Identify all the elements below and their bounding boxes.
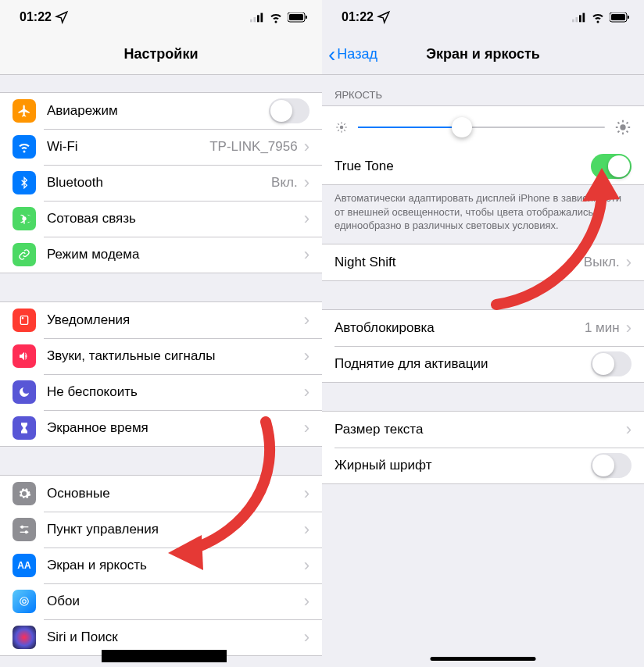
row-label: Авиарежим: [47, 103, 269, 119]
row-value: 1 мин: [585, 320, 620, 336]
row-cellular[interactable]: Сотовая связь ›: [0, 201, 322, 237]
row-hotspot[interactable]: Режим модема ›: [0, 237, 322, 273]
text-group: Размер текста › Жирный шрифт: [322, 411, 644, 484]
brightness-slider[interactable]: [358, 127, 605, 128]
chevron-right-icon: ›: [304, 521, 309, 538]
status-time: 01:22: [342, 10, 374, 24]
row-label: Размер текста: [335, 422, 626, 437]
airplane-toggle[interactable]: [269, 98, 309, 123]
chevron-right-icon: ›: [304, 485, 309, 502]
row-nightshift[interactable]: Night Shift Выкл. ›: [322, 244, 644, 280]
row-raise[interactable]: Поднятие для активации: [322, 346, 644, 382]
svg-line-37: [627, 131, 628, 133]
hourglass-icon: [13, 416, 36, 440]
row-autolock[interactable]: Автоблокировка 1 мин ›: [322, 310, 644, 346]
location-icon: [377, 10, 391, 24]
settings-group-connectivity: Авиарежим Wi-Fi TP-LINK_7956 › Bluetooth…: [0, 92, 322, 273]
truetone-toggle[interactable]: [591, 154, 631, 179]
row-label: Не беспокоить: [47, 384, 304, 400]
row-label: Night Shift: [335, 255, 584, 270]
svg-rect-16: [576, 17, 578, 22]
wifi-status-icon: [269, 10, 283, 24]
status-bar: 01:22: [322, 0, 644, 34]
chevron-right-icon: ›: [304, 629, 309, 646]
back-label: Назад: [337, 46, 377, 62]
row-label: Экран и яркость: [47, 558, 304, 573]
svg-line-29: [338, 130, 339, 131]
truetone-group: True Tone: [322, 148, 644, 185]
home-indicator: [431, 657, 536, 661]
svg-line-27: [338, 123, 339, 125]
row-controlcenter[interactable]: Пункт управления ›: [0, 512, 322, 548]
row-label: Обои: [47, 594, 304, 609]
row-display[interactable]: AA Экран и яркость ›: [0, 548, 322, 583]
row-truetone[interactable]: True Tone: [322, 148, 644, 184]
wallpaper-icon: [13, 590, 36, 613]
svg-point-31: [620, 124, 625, 130]
svg-rect-17: [579, 15, 581, 22]
svg-rect-21: [628, 16, 629, 19]
bold-toggle[interactable]: [591, 453, 631, 478]
nav-bar-display: ‹ Назад Экран и яркость: [322, 34, 644, 75]
row-screentime[interactable]: Экранное время ›: [0, 410, 322, 446]
sun-large-icon: [614, 119, 631, 136]
row-general[interactable]: Основные ›: [0, 476, 322, 512]
chevron-right-icon: ›: [304, 593, 309, 610]
chevron-right-icon: ›: [304, 210, 309, 227]
link-icon: [13, 243, 36, 266]
sliders-icon: [13, 518, 36, 541]
row-label: Основные: [47, 486, 304, 501]
textsize-icon: AA: [13, 554, 36, 577]
airplane-icon: [13, 99, 36, 123]
chevron-right-icon: ›: [304, 348, 309, 365]
page-title: Настройки: [124, 46, 199, 62]
location-icon: [55, 10, 69, 24]
row-wifi[interactable]: Wi-Fi TP-LINK_7956 ›: [0, 129, 322, 165]
row-label: Wi-Fi: [47, 139, 209, 155]
row-dnd[interactable]: Не беспокоить ›: [0, 374, 322, 410]
svg-rect-2: [257, 15, 259, 22]
svg-rect-3: [261, 13, 263, 23]
svg-point-8: [22, 318, 23, 319]
settings-group-notifications: Уведомления › Звуки, тактильные сигналы …: [0, 301, 322, 447]
svg-rect-15: [572, 20, 574, 23]
row-notifications[interactable]: Уведомления ›: [0, 302, 322, 338]
row-airplane[interactable]: Авиарежим: [0, 93, 322, 129]
cellular-icon: [572, 10, 586, 24]
phone-settings-root: 01:22 Настройки Авиарежим Wi-Fi TP-LINK_…: [0, 0, 322, 667]
row-label: Поднятие для активации: [335, 356, 591, 372]
wifi-status-icon: [591, 10, 605, 24]
row-label: Экранное время: [47, 420, 304, 436]
chevron-left-icon: ‹: [328, 44, 335, 66]
row-label: True Tone: [335, 159, 591, 174]
svg-line-28: [344, 130, 345, 131]
chevron-right-icon: ›: [304, 557, 309, 574]
battery-icon: [288, 12, 308, 23]
row-wallpaper[interactable]: Обои ›: [0, 583, 322, 619]
chevron-right-icon: ›: [304, 312, 309, 329]
gear-icon: [13, 482, 36, 505]
svg-rect-6: [306, 16, 307, 19]
chevron-right-icon: ›: [304, 383, 309, 401]
row-value: Выкл.: [584, 255, 620, 270]
siri-icon: [13, 626, 36, 649]
redaction-bar: [102, 650, 227, 662]
svg-rect-20: [611, 14, 625, 20]
row-sounds[interactable]: Звуки, тактильные сигналы ›: [0, 338, 322, 374]
brightness-slider-row: [322, 105, 644, 148]
speaker-icon: [13, 344, 36, 368]
raise-toggle[interactable]: [591, 351, 631, 376]
page-title: Экран и яркость: [426, 46, 540, 62]
chevron-right-icon: ›: [626, 254, 631, 271]
row-value: Вкл.: [271, 175, 298, 191]
chevron-right-icon: ›: [304, 419, 309, 437]
chevron-right-icon: ›: [626, 319, 631, 337]
row-bold[interactable]: Жирный шрифт: [322, 448, 644, 483]
antenna-icon: [13, 207, 36, 230]
row-label: Уведомления: [47, 312, 304, 328]
svg-rect-7: [20, 316, 27, 325]
svg-rect-5: [289, 14, 303, 20]
row-bluetooth[interactable]: Bluetooth Вкл. ›: [0, 165, 322, 201]
row-textsize[interactable]: Размер текста ›: [322, 412, 644, 448]
back-button[interactable]: ‹ Назад: [328, 44, 377, 66]
